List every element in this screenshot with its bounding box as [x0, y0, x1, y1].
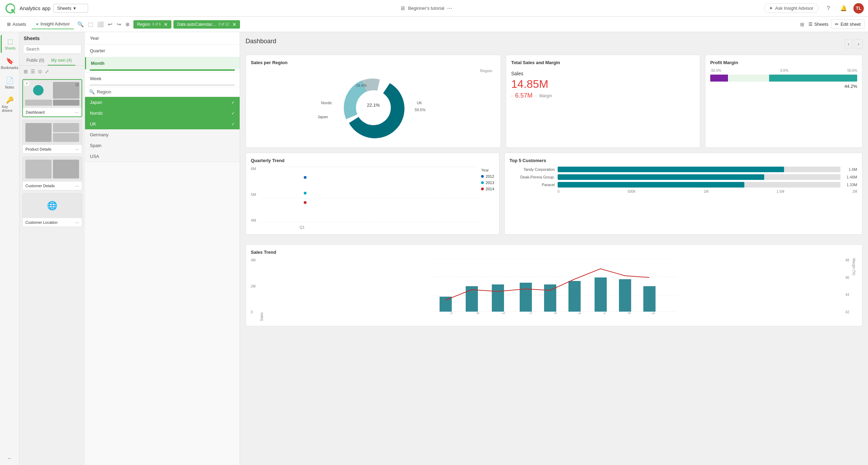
filter-option-uk[interactable]: UK ✓	[85, 119, 240, 129]
notifications-icon[interactable]: 🔔	[838, 3, 849, 14]
sheets-list-icon: ☰	[808, 22, 813, 27]
svg-rect-8	[440, 297, 452, 312]
top5-customers-title: Top 5 Customers	[510, 158, 857, 163]
sheets-search-input[interactable]	[23, 45, 82, 54]
next-page-button[interactable]: ›	[854, 39, 862, 48]
select-all-icon[interactable]: ⬚	[87, 20, 94, 29]
sheet-label-row-customer-location: Customer Location ···	[23, 218, 82, 227]
svg-point-2	[356, 90, 391, 125]
middle-charts-row: Quarterly Trend 6M 5M 4M	[246, 153, 862, 239]
pm-axis-labels: -50.0% 0.0% 50.0%	[710, 69, 857, 73]
sidebar-item-notes[interactable]: 📄 Notes	[1, 74, 19, 92]
profit-margin-card: Profit Margin -50.0% 0.0% 50.0% 44.2%	[705, 55, 862, 148]
presentation-icon: 🖥	[400, 5, 405, 12]
select-by-region-icon[interactable]: ⬜	[96, 20, 105, 29]
sales-trend-svg-area: 2012-Jan 2012-Feb 2012-Mar 2013-Jan 2013…	[266, 258, 843, 321]
tab-my-own[interactable]: My own (4)	[48, 56, 75, 66]
main-content-area: Dashboard ‹ › Sales per Region Region	[240, 32, 868, 465]
filter-option-nordic[interactable]: Nordic ✓	[85, 108, 240, 119]
back-icon[interactable]: ↩	[107, 20, 114, 29]
sheet-more-button-product-details[interactable]: ···	[75, 146, 79, 152]
qt-legend-title: Year	[481, 168, 494, 172]
list-view-button[interactable]: ☰	[30, 68, 36, 75]
insight-advisor-button[interactable]: ● Insight Advisor	[32, 19, 74, 29]
sheet-item-customer-details[interactable]: Customer Details ···	[22, 157, 82, 190]
bar-value-deak: 1.46M	[843, 175, 857, 179]
nordic-pct-label: 18.4%	[356, 83, 367, 87]
bar-label-tandy: Tandy Corporation	[510, 167, 555, 171]
sidebar-item-bookmarks[interactable]: 🔖 Bookmarks	[1, 54, 19, 73]
bar-fill-tandy	[558, 167, 784, 172]
top-charts-row: Sales per Region Region 22.1%	[246, 55, 862, 148]
key-drivers-nav-icon: 🔑	[6, 96, 14, 104]
user-avatar[interactable]: TL	[853, 3, 864, 14]
total-sales-title: Total Sales and Margin	[511, 60, 695, 65]
help-icon[interactable]: ?	[823, 3, 834, 14]
pm-axis-neg: -50.0%	[710, 69, 721, 73]
collapse-sidebar-button[interactable]: ←	[7, 455, 13, 462]
qt-x-label: Q1	[300, 225, 305, 229]
top-bar: Analytics app Sheets ▾ 🖥 Beginner's tuto…	[0, 0, 868, 17]
japan-label: Japan	[318, 115, 328, 119]
sort-button[interactable]: ⊙	[37, 68, 43, 75]
qt-legend-dot-2013	[481, 181, 484, 184]
grid-layout-icon[interactable]: ⊞	[799, 20, 806, 29]
sheet-more-button-customer-details[interactable]: ···	[75, 183, 79, 189]
edit-sheet-button[interactable]: ✏ Edit sheet	[831, 20, 865, 29]
filter-option-germany[interactable]: Germany	[85, 129, 240, 140]
sheet-label-row-customer-details: Customer Details ···	[23, 181, 82, 190]
svg-rect-10	[492, 284, 504, 312]
filter-region-options: Japan ✓ Nordic ✓ UK ✓ Germany	[85, 97, 240, 162]
toolbar2-icon-group: 🔍 ⬚ ⬜ ↩ ↪ ⊗	[76, 20, 131, 29]
prev-page-button[interactable]: ‹	[845, 39, 853, 48]
more-options-button[interactable]: ···	[447, 5, 452, 12]
filter-quarter-header[interactable]: Quarter	[85, 45, 240, 57]
sheet-label-customer-location: Customer Location	[25, 220, 57, 224]
region-filter-close-icon[interactable]: ✕	[164, 22, 168, 27]
svg-rect-11	[520, 283, 532, 312]
bar-value-paracel: 1.33M	[843, 183, 857, 187]
qt-dot-2012	[304, 176, 307, 179]
filter-option-usa[interactable]: USA	[85, 151, 240, 162]
forward-icon[interactable]: ↪	[115, 20, 123, 29]
sheet-options-icon-dashboard[interactable]: ⚙	[74, 81, 80, 88]
filter-week-header[interactable]: Week	[85, 73, 240, 85]
date-filter-chip[interactable]: Date.autoCalendar.... 3 of 12 ✕	[173, 20, 240, 29]
sheet-item-product-details[interactable]: Product Details ···	[22, 120, 82, 154]
grid-view-button[interactable]: ⊞	[23, 68, 29, 75]
qt-legend: Year 2012 2013 2014	[481, 167, 494, 229]
tab-public[interactable]: Public (0)	[23, 56, 48, 66]
sidebar-item-key-drivers[interactable]: 🔑 Key drivers	[1, 93, 19, 115]
svg-rect-16	[643, 286, 656, 312]
assets-button[interactable]: ⊞ Assets	[3, 20, 30, 29]
quarterly-trend-title: Quarterly Trend	[251, 158, 494, 163]
sheet-item-customer-location[interactable]: 🌐 Customer Location ···	[22, 193, 82, 227]
sales-per-region-title: Sales per Region	[251, 60, 496, 65]
region-axis-label: Region	[480, 69, 493, 73]
filter-year-header[interactable]: Year	[85, 32, 240, 44]
svg-rect-15	[619, 279, 631, 312]
sheet-more-button-customer-location[interactable]: ···	[75, 220, 79, 225]
sheet-thumbnail-dashboard: # ⚙	[23, 80, 82, 108]
pm-bar-positive	[769, 75, 857, 82]
filter-month-header[interactable]: Month	[85, 57, 240, 69]
expand-button[interactable]: ⤢	[44, 68, 50, 75]
clear-all-icon[interactable]: ⊗	[124, 20, 131, 29]
filter-option-japan[interactable]: Japan ✓	[85, 97, 240, 108]
date-filter-close-icon[interactable]: ✕	[232, 22, 237, 27]
sidebar-item-sheets[interactable]: ⬚ Sheets	[1, 35, 19, 53]
sheets-view-button[interactable]: ☰ Sheets	[808, 22, 828, 27]
check-icon-nordic: ✓	[231, 111, 235, 116]
ask-insight-advisor-button[interactable]: ✦ Ask Insight Advisor	[764, 3, 819, 13]
region-filter-chip[interactable]: Region 3 of 6 ✕	[133, 20, 171, 29]
sheet-more-button-dashboard[interactable]: ···	[75, 109, 79, 115]
sheet-selector[interactable]: Sheets ▾	[53, 4, 88, 13]
sheet-label-product-details: Product Details	[25, 147, 52, 151]
qt-chart-area: Q1	[260, 167, 478, 229]
search-icon[interactable]: 🔍	[76, 20, 85, 29]
sheet-label-dashboard: Dashboard	[26, 110, 45, 114]
filter-option-spain[interactable]: Spain	[85, 140, 240, 151]
filter-item-week: Week	[85, 73, 240, 87]
sheet-item-dashboard[interactable]: # ⚙ Dashboard ···	[22, 79, 82, 117]
qt-legend-2013: 2013	[481, 181, 494, 185]
